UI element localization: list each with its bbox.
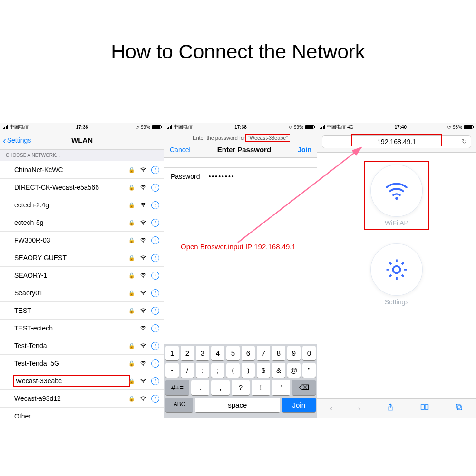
network-row[interactable]: SEAORY GUEST🔒i [0,249,164,267]
wifi-ap-label: WiFi AP [385,219,408,227]
browser-toolbar: ‹ › [317,398,476,418]
info-icon[interactable]: i [151,201,159,209]
lock-icon: 🔒 [128,255,135,261]
info-icon[interactable]: i [151,395,159,403]
settings-label: Settings [385,298,409,306]
wifi-ap-circle [371,165,422,216]
network-name: ectech-5g [14,219,128,226]
info-icon[interactable]: i [151,359,159,368]
wifi-icon [140,289,146,297]
settings-tile[interactable]: Settings [371,244,422,306]
wifi-icon [140,184,146,191]
back-icon[interactable]: ‹ [330,403,333,413]
info-icon[interactable]: i [151,289,159,297]
network-name: TEST [14,307,128,314]
wifi-icon [140,324,146,332]
info-icon[interactable]: i [151,272,159,280]
key[interactable]: $ [257,363,270,378]
key[interactable]: 5 [226,346,240,360]
svg-point-4 [143,242,144,243]
lock-icon: 🔒 [128,378,135,384]
key[interactable]: 6 [242,346,255,360]
keyboard[interactable]: 1234567890 -/:;()$&@" #+= .,?!' ⌫ ABC sp… [164,344,317,418]
network-row[interactable]: ChinaNet-KcWC🔒i [0,161,164,179]
lock-icon: 🔒 [128,343,135,349]
battery-icon [464,125,473,129]
share-icon[interactable] [386,403,395,414]
prompt-prefix: Enter the password for [193,135,247,141]
key[interactable]: " [302,363,316,378]
key[interactable]: 7 [257,346,270,360]
address-bar-wrap: 192.168.49.1 ↻ [317,131,476,153]
forward-icon[interactable]: › [358,403,361,413]
key[interactable]: 3 [196,346,209,360]
bookmarks-icon[interactable] [420,403,429,413]
key[interactable]: , [211,380,229,395]
key[interactable]: / [181,363,194,378]
key[interactable]: ' [272,380,290,395]
key-space[interactable]: space [195,398,280,412]
key[interactable]: ? [232,380,250,395]
section-header: CHOOSE A NETWORK... [0,149,164,161]
svg-point-14 [395,197,398,200]
info-icon[interactable]: i [151,236,159,244]
info-icon[interactable]: i [151,342,159,350]
password-field[interactable]: Password •••••••• [164,167,317,185]
key[interactable]: 1 [165,346,179,360]
key[interactable]: 9 [287,346,301,360]
network-row[interactable]: ectech-2.4g🔒i [0,196,164,214]
wifi-ap-tile[interactable]: WiFi AP [364,161,429,230]
key-backspace[interactable]: ⌫ [292,380,316,395]
carrier: 中国电信 [10,124,29,130]
tabs-icon[interactable] [455,403,463,414]
join-button[interactable]: Join [298,146,311,154]
key[interactable]: ) [242,363,255,378]
network-row[interactable]: Wecast-a93d12🔒i [0,390,164,408]
key[interactable]: @ [287,363,301,378]
key[interactable]: . [191,380,209,395]
network-row[interactable]: FW300R-03🔒i [0,232,164,249]
info-icon[interactable]: i [151,219,159,227]
network-name: Other... [14,412,159,420]
key[interactable]: 0 [302,346,316,360]
key[interactable]: ! [252,380,270,395]
key[interactable]: ( [226,363,240,378]
lock-icon: 🔒 [128,167,135,173]
network-name: Test-Tenda_5G [14,359,128,367]
info-icon[interactable]: i [151,166,159,174]
network-row[interactable]: SEAORY-1🔒i [0,267,164,284]
network-list[interactable]: ChinaNet-KcWC🔒iDIRECT-CK-Wecast-e5a566🔒i… [0,161,164,425]
key-join[interactable]: Join [282,398,316,412]
info-icon[interactable]: i [151,254,159,262]
lock-icon: 🔒 [128,308,135,314]
key[interactable]: - [165,363,179,378]
lock-icon: 🔒 [128,220,135,226]
network-row[interactable]: Test-Tenda🔒i [0,337,164,355]
key[interactable]: : [196,363,209,378]
key[interactable]: & [272,363,285,378]
network-row[interactable]: Other... [0,408,164,425]
network-row[interactable]: TEST🔒i [0,302,164,320]
info-icon[interactable]: i [151,377,159,385]
key[interactable]: ; [211,363,224,378]
key[interactable]: 2 [181,346,194,360]
cancel-button[interactable]: Cancel [170,146,191,154]
info-icon[interactable]: i [151,324,159,332]
network-row[interactable]: Test-Tenda_5G🔒i [0,355,164,372]
key-symbols[interactable]: #+= [165,380,189,395]
info-icon[interactable]: i [151,307,159,315]
reload-icon[interactable]: ↻ [462,138,467,145]
info-icon[interactable]: i [151,184,159,192]
key[interactable]: 8 [272,346,285,360]
wifi-icon [140,254,146,262]
network-row[interactable]: DIRECT-CK-Wecast-e5a566🔒i [0,179,164,196]
phone-enter-password: 中国电信 17:38 ⟳99% Enter the password for "… [164,123,317,418]
key[interactable]: 4 [211,346,224,360]
key-abc[interactable]: ABC [165,398,193,412]
network-row[interactable]: ectech-5g🔒i [0,214,164,232]
sync-icon: ⟳ [289,125,292,130]
network-row[interactable]: Wecast-33eabc🔒i [0,372,164,390]
network-row[interactable]: TEST-ectechi [0,320,164,337]
back-button[interactable]: ‹Settings [3,136,31,144]
network-row[interactable]: Seaory01🔒i [0,284,164,302]
